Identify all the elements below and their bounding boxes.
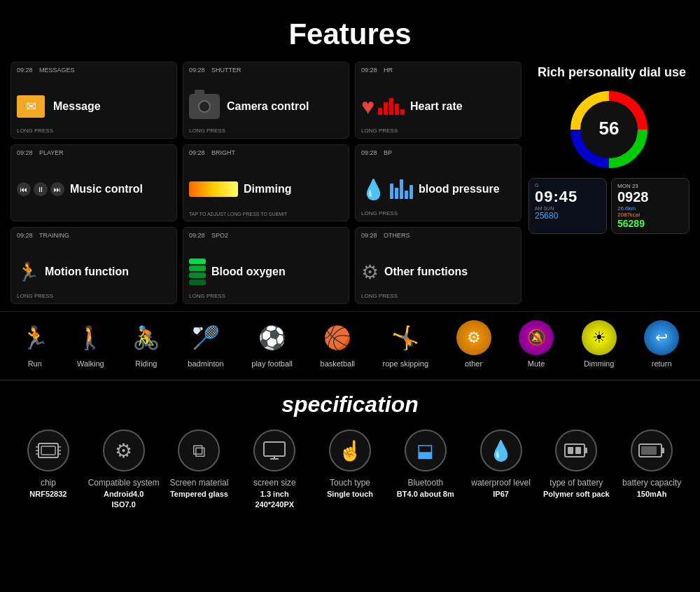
sport-basketball: 🏀 basketball (321, 320, 356, 368)
sport-label: Riding (135, 359, 157, 368)
touch-icon: ☝ (329, 429, 371, 471)
sport-rope: 🤸 rope skipping (383, 320, 428, 368)
feature-motion: 09:28 TRAINING 🏃 Motion function LONG PR… (10, 227, 177, 304)
basketball-icon: 🏀 (323, 320, 351, 355)
monitor-icon (253, 429, 295, 471)
svg-text:56: 56 (599, 118, 620, 139)
feature-oxygen: 09:28 SPO2 Blood oxygen LONG PRESS (183, 227, 349, 304)
feature-type: SHUTTER (211, 67, 241, 74)
feature-label: blood pressure (419, 183, 500, 195)
water-icon: 💧 (480, 429, 522, 471)
long-press-label: LONG PRESS (361, 210, 398, 216)
sport-run: 🏃 Run (21, 320, 49, 368)
sport-football: ⚽ play football (251, 320, 293, 368)
feature-music: 09:28 PLAYER ⏮ ⏸ ⏭ Music control (10, 144, 177, 221)
svg-rect-17 (575, 447, 581, 454)
sport-label: return (652, 359, 672, 368)
feature-content: ✉ Message (17, 68, 171, 132)
sport-riding: 🚴 Riding (132, 320, 160, 368)
battery-type-icon (555, 429, 597, 471)
dial-watch: 56 (528, 91, 690, 168)
spec-label: Compatible systemAndroid4.0ISO7.0 (88, 477, 160, 511)
feature-type: HR (384, 67, 393, 74)
feature-content: ⚙ Other functions (361, 233, 515, 298)
other-icon: ⚙ (456, 320, 491, 355)
walking-icon: 🚶 (76, 320, 104, 355)
mute-icon: 🔕 (519, 320, 554, 355)
feature-camera: 09:28 SHUTTER Camera control LONG PRESS (183, 62, 349, 139)
feature-label: Other functions (384, 266, 468, 278)
spec-label: battery capacity150mAh (622, 477, 681, 500)
feature-bp: 09:28 BP 💧 blood p (355, 144, 522, 221)
sport-label: Walking (77, 359, 104, 368)
watch-stats: 26.6km (617, 205, 683, 212)
feature-other: 09:28 OTHERS ⚙ Other functions LONG PRES… (355, 227, 522, 304)
watch-display-1: G 09:45 AM SUN 25680 (528, 178, 607, 234)
layers-icon: ⧉ (178, 429, 220, 471)
sport-label: Dimming (584, 359, 614, 368)
watch-calories: 2087kcal (617, 212, 683, 218)
spec-value: 150mAh (622, 489, 681, 500)
watch-ampm: AM SUN (535, 206, 601, 211)
feature-message: 09:28 MESSAGES ✉ Message LONG PRESS (10, 62, 177, 139)
spec-value: Android4.0ISO7.0 (88, 489, 160, 511)
feature-time: 09:28 (361, 232, 377, 239)
sport-row: 🏃 Run 🚶 Walking 🚴 Riding 🏸 badminton ⚽ p… (0, 311, 700, 371)
feature-label: Motion function (45, 266, 129, 278)
sport-return: ↩ return (644, 320, 679, 368)
sport-label: play football (251, 359, 293, 368)
spec-value: Tempered glass (169, 489, 228, 500)
badminton-icon: 🏸 (192, 320, 220, 355)
return-icon: ↩ (644, 320, 679, 355)
watch-date: MON 23 (617, 183, 683, 189)
spec-value: Single touch (327, 489, 373, 500)
spec-section: specification ch (0, 380, 700, 521)
spec-system: ⚙ Compatible systemAndroid4.0ISO7.0 (86, 429, 162, 511)
svg-rect-11 (264, 442, 285, 456)
spec-label: Touch typeSingle touch (327, 477, 373, 500)
feature-type: TRAINING (39, 232, 69, 239)
football-icon: ⚽ (258, 320, 286, 355)
watch-bignum: 56289 (617, 218, 683, 229)
feature-time: 09:28 (361, 149, 377, 156)
feature-time: 09:28 (189, 67, 205, 74)
features-grid: 09:28 MESSAGES ✉ Message LONG PRESS (10, 62, 522, 304)
spec-chip: chipNRF52832 (10, 429, 86, 500)
feature-label: Camera control (227, 100, 309, 113)
sport-label: Mute (528, 359, 545, 368)
sport-label: rope skipping (383, 359, 428, 368)
battery-cap-icon (631, 429, 673, 471)
long-press-label: LONG PRESS (17, 293, 53, 299)
feature-content: 🏃 Motion function (17, 233, 171, 298)
sport-badminton: 🏸 badminton (188, 320, 223, 368)
watch-display-2: MON 23 0928 26.6km 2087kcal 56289 (611, 178, 690, 234)
long-press-label: LONG PRESS (361, 293, 398, 299)
sport-label: badminton (188, 359, 223, 368)
svg-rect-4 (41, 446, 55, 455)
spec-screen-size: screen size1.3 inch240*240PX (237, 429, 312, 511)
dial-title: Rich personality dial use (528, 62, 690, 85)
spec-value: 1.3 inch240*240PX (253, 489, 296, 511)
long-press-label: TAP TO ADJUST LONG PRESS TO SUBMIT (189, 212, 287, 216)
spec-battery-cap: battery capacity150mAh (614, 429, 690, 500)
feature-type: BRIGHT (211, 149, 235, 156)
spec-label: Screen materialTempered glass (169, 477, 228, 500)
bluetooth-icon: ⬓ (405, 429, 447, 471)
feature-type: SPO2 (211, 232, 228, 239)
feature-content: 💧 blood pressure (361, 151, 515, 215)
sport-label: other (465, 359, 482, 368)
feature-time: 09:28 (17, 149, 33, 156)
feature-time: 09:28 (17, 232, 33, 239)
feature-content: ⏮ ⏸ ⏭ Music control (17, 151, 171, 215)
feature-time: 09:28 (361, 67, 377, 74)
chip-icon (27, 429, 69, 471)
rope-icon: 🤸 (391, 320, 419, 355)
svg-rect-15 (584, 448, 587, 453)
feature-label: Music control (70, 183, 143, 195)
spec-screen-material: ⧉ Screen materialTempered glass (162, 429, 237, 500)
spec-bluetooth: ⬓ BluetoothBT4.0 about 8m (388, 429, 463, 500)
feature-type: BP (384, 149, 392, 156)
spec-waterproof: 💧 waterproof levelIP67 (463, 429, 539, 500)
sport-dimming: ☀ Dimming (582, 320, 617, 368)
sport-other: ⚙ other (456, 320, 491, 368)
